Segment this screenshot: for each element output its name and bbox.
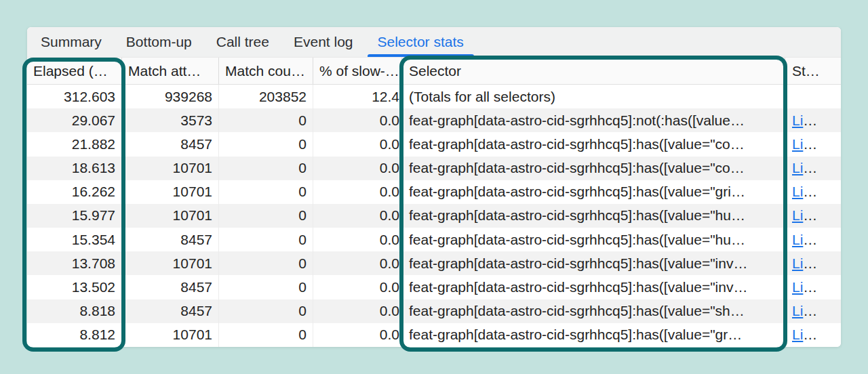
cell-match-count: 0 [219, 251, 313, 275]
cell-match-count: 0 [219, 275, 313, 299]
table-row[interactable]: 21.882 8457 0 0.0 feat-graph[data-astro-… [27, 132, 841, 156]
table-row[interactable]: 13.502 8457 0 0.0 feat-graph[data-astro-… [27, 275, 841, 299]
table-row[interactable]: 29.067 3573 0 0.0 feat-graph[data-astro-… [27, 108, 841, 132]
cell-selector: feat-graph[data-astro-cid-sgrhhcq5]:has(… [402, 323, 785, 347]
devtools-performance-panel: Summary Bottom-up Call tree Event log Se… [27, 27, 841, 347]
cell-match-attempts: 3573 [122, 108, 219, 132]
cell-elapsed: 8.812 [27, 323, 122, 347]
selector-stats-table: Elapsed (… Match att… Match cou… % of sl… [27, 58, 841, 347]
table-row[interactable]: 8.812 10701 0 0.0 feat-graph[data-astro-… [27, 323, 841, 347]
link-truncation-ellipsis: … [803, 303, 817, 319]
tab-bottom-up[interactable]: Bottom-up [114, 27, 204, 57]
cell-elapsed: 312.603 [27, 85, 122, 108]
table-row[interactable]: 8.818 8457 0 0.0 feat-graph[data-astro-c… [27, 299, 841, 323]
column-header-match-count[interactable]: Match cou… [219, 58, 313, 84]
cell-elapsed: 13.502 [27, 275, 122, 299]
cell-style-sheet: Li… [785, 228, 841, 251]
cell-style-sheet: Li… [785, 108, 841, 132]
cell-style-sheet [785, 85, 841, 108]
cell-match-attempts: 8457 [122, 275, 219, 299]
cell-elapsed: 18.613 [27, 157, 122, 180]
cell-selector: feat-graph[data-astro-cid-sgrhhcq5]:has(… [402, 132, 785, 156]
cell-style-sheet: Li… [785, 323, 841, 347]
link-truncation-ellipsis: … [803, 207, 817, 224]
cell-slow-path-pct: 0.0 [313, 132, 402, 156]
link-truncation-ellipsis: … [803, 255, 817, 272]
cell-selector: feat-graph[data-astro-cid-sgrhhcq5]:has(… [402, 180, 785, 204]
link-truncation-ellipsis: … [803, 327, 817, 343]
table-header-row: Elapsed (… Match att… Match cou… % of sl… [27, 58, 841, 85]
table-row[interactable]: 312.603 939268 203852 12.4 (Totals for a… [27, 85, 841, 108]
style-sheet-link[interactable]: Li [792, 232, 803, 248]
link-truncation-ellipsis: … [803, 136, 817, 152]
cell-match-attempts: 8457 [122, 132, 219, 156]
cell-style-sheet: Li… [785, 251, 841, 275]
column-header-selector[interactable]: Selector [402, 58, 785, 84]
cell-style-sheet: Li… [785, 157, 841, 180]
cell-slow-path-pct: 0.0 [313, 323, 402, 347]
tab-event-log[interactable]: Event log [281, 27, 366, 57]
table-row[interactable]: 13.708 10701 0 0.0 feat-graph[data-astro… [27, 251, 841, 275]
link-truncation-ellipsis: … [803, 184, 817, 200]
cell-selector: feat-graph[data-astro-cid-sgrhhcq5]:has(… [402, 299, 785, 323]
style-sheet-link[interactable]: Li [792, 112, 803, 129]
style-sheet-link[interactable]: Li [792, 303, 803, 319]
column-header-match-attempts[interactable]: Match att… [122, 58, 219, 84]
style-sheet-link[interactable]: Li [792, 136, 803, 152]
cell-elapsed: 29.067 [27, 108, 122, 132]
cell-slow-path-pct: 0.0 [313, 108, 402, 132]
cell-match-attempts: 8457 [122, 228, 219, 251]
style-sheet-link[interactable]: Li [792, 279, 803, 295]
cell-selector: feat-graph[data-astro-cid-sgrhhcq5]:has(… [402, 204, 785, 228]
style-sheet-link[interactable]: Li [792, 184, 803, 200]
cell-match-count: 0 [219, 228, 313, 251]
cell-style-sheet: Li… [785, 275, 841, 299]
cell-selector: (Totals for all selectors) [402, 85, 785, 108]
column-header-slow-path-pct[interactable]: % of slow-… [313, 58, 402, 84]
link-truncation-ellipsis: … [803, 279, 817, 295]
cell-slow-path-pct: 0.0 [313, 275, 402, 299]
cell-selector: feat-graph[data-astro-cid-sgrhhcq5]:has(… [402, 228, 785, 251]
cell-elapsed: 21.882 [27, 132, 122, 156]
style-sheet-link[interactable]: Li [792, 207, 803, 224]
cell-match-count: 203852 [219, 85, 313, 108]
link-truncation-ellipsis: … [803, 232, 817, 248]
table-row[interactable]: 16.262 10701 0 0.0 feat-graph[data-astro… [27, 180, 841, 204]
cell-slow-path-pct: 0.0 [313, 251, 402, 275]
link-truncation-ellipsis: … [803, 160, 817, 176]
tab-summary[interactable]: Summary [28, 27, 114, 57]
table-row[interactable]: 18.613 10701 0 0.0 feat-graph[data-astro… [27, 157, 841, 180]
table-body: 312.603 939268 203852 12.4 (Totals for a… [27, 85, 841, 347]
table-row[interactable]: 15.354 8457 0 0.0 feat-graph[data-astro-… [27, 228, 841, 251]
cell-match-attempts: 10701 [122, 251, 219, 275]
link-truncation-ellipsis: … [803, 112, 817, 129]
cell-style-sheet: Li… [785, 204, 841, 228]
cell-elapsed: 13.708 [27, 251, 122, 275]
column-header-style-sheet[interactable]: St… [785, 58, 841, 84]
tab-call-tree[interactable]: Call tree [204, 27, 281, 57]
cell-match-count: 0 [219, 157, 313, 180]
cell-slow-path-pct: 0.0 [313, 180, 402, 204]
table-row[interactable]: 15.977 10701 0 0.0 feat-graph[data-astro… [27, 204, 841, 228]
cell-slow-path-pct: 0.0 [313, 157, 402, 180]
cell-match-count: 0 [219, 299, 313, 323]
cell-selector: feat-graph[data-astro-cid-sgrhhcq5]:not(… [402, 108, 785, 132]
style-sheet-link[interactable]: Li [792, 327, 803, 343]
tab-selector-stats[interactable]: Selector stats [366, 27, 476, 57]
page-background: Summary Bottom-up Call tree Event log Se… [0, 0, 868, 374]
cell-match-attempts: 8457 [122, 299, 219, 323]
cell-match-count: 0 [219, 323, 313, 347]
cell-match-attempts: 10701 [122, 323, 219, 347]
cell-match-count: 0 [219, 180, 313, 204]
cell-match-count: 0 [219, 204, 313, 228]
panel-tab-bar: Summary Bottom-up Call tree Event log Se… [27, 27, 841, 58]
column-header-elapsed[interactable]: Elapsed (… [27, 58, 122, 84]
style-sheet-link[interactable]: Li [792, 255, 803, 272]
cell-match-count: 0 [219, 108, 313, 132]
cell-style-sheet: Li… [785, 299, 841, 323]
cell-style-sheet: Li… [785, 132, 841, 156]
cell-match-attempts: 10701 [122, 180, 219, 204]
style-sheet-link[interactable]: Li [792, 160, 803, 176]
cell-elapsed: 15.977 [27, 204, 122, 228]
cell-elapsed: 8.818 [27, 299, 122, 323]
